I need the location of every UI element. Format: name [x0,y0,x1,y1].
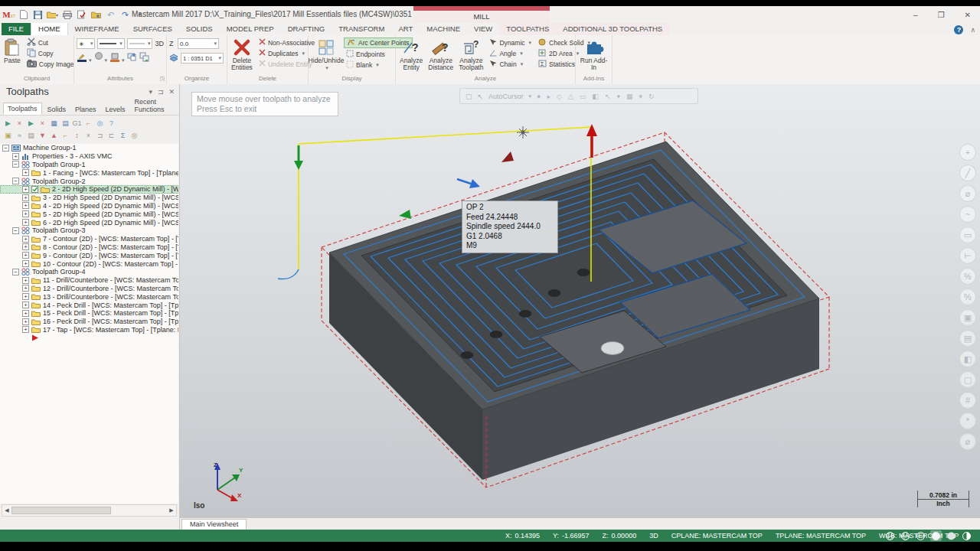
viewsheet-tab[interactable]: Main Viewsheet [181,519,247,530]
copy-image-button[interactable]: Copy Image [24,59,77,69]
select-none-icon[interactable]: × [15,119,24,127]
minimize-button[interactable]: – [913,11,918,19]
tree-item[interactable]: +8 - Contour (2D) - [WCS: Mastercam Top]… [0,243,178,252]
scroll-right-icon[interactable]: ▶ [167,507,176,514]
graphics-viewport[interactable]: ▢ ↖ AutoCursor ▾ ●▸◇△▭◧↖▾▦▾↻ Move mouse … [180,84,980,517]
expand-toggle-icon[interactable]: − [12,227,19,234]
expand-toggle-icon[interactable]: − [12,178,19,184]
mask-partial-chain-icon[interactable]: % [959,289,976,305]
line-width-combo[interactable]: ▾ [127,38,153,49]
redo-icon[interactable]: ↷ [119,9,131,21]
selection-settings-icon[interactable]: * [959,412,976,429]
tree-item[interactable]: +17 - Tap - [WCS: Mastercam Top] - [Tpla… [0,326,178,334]
toolpath-insert-marker[interactable] [0,334,178,342]
save-icon[interactable] [32,9,44,21]
shaded-edges-icon[interactable] [946,530,957,541]
expand-toggle-icon[interactable]: − [2,145,9,152]
panel-tab-levels[interactable]: Levels [102,104,129,115]
mask-line-icon[interactable]: ╱ [959,165,976,181]
lock-feed-icon[interactable]: ⌐ [83,119,93,127]
mask-solid-face-icon[interactable]: ▤ [959,330,976,347]
analyze-angle-button[interactable]: Angle▾ [487,48,534,58]
tree-item[interactable]: +3 - 2D High Speed (2D Dynamic Mill) - [… [0,194,178,202]
ribbon-tab-solids[interactable]: SOLIDS [179,23,220,35]
restore-button[interactable]: ❐ [938,11,945,19]
expand-toggle-icon[interactable]: + [22,260,29,267]
expand-toggle-icon[interactable]: + [22,252,29,259]
tree-item[interactable]: −Toolpath Group-1 [0,161,178,169]
backplot-icon[interactable]: ▦ [49,119,59,127]
clear-masks-icon[interactable]: + [959,144,976,161]
analyze-dynamic-button[interactable]: Dynamic▾ [487,37,534,47]
regen-all-icon[interactable]: × [38,119,47,127]
hide-unhide-button[interactable]: Hide/Unhide ▾ [311,37,341,75]
save-some-icon[interactable] [76,9,87,21]
toolpath-display-icon[interactable]: ≈ [15,132,24,139]
ribbon-tab-transform[interactable]: TRANSFORM [332,23,391,35]
copy-button[interactable]: Copy [24,48,77,58]
undo-icon[interactable]: ↶ [105,9,116,21]
level-combo[interactable]: 1 : 0351 D1▾ [181,53,224,64]
trim-icon[interactable]: × [83,132,93,139]
status-mode-toggle[interactable]: 3D [649,532,658,540]
expand-toggle-icon[interactable]: + [22,219,29,226]
expand-toggle-icon[interactable]: + [22,236,29,243]
z-depth-combo[interactable]: 0.0▾ [178,38,219,49]
wireframe-color-icon[interactable]: ▾ [77,51,92,65]
collapse-ribbon-icon[interactable]: ∧ [970,26,975,34]
wireframe-icon[interactable] [884,530,896,541]
expand-toggle-icon[interactable]: + [22,302,29,308]
insert-marker-icon[interactable]: ⌐ [60,132,70,139]
panel-tab-toolpaths[interactable]: Toolpaths [3,103,42,115]
status-cplane[interactable]: CPLANE: MASTERCAM TOP [671,532,763,540]
tree-item[interactable]: +2 - 2D High Speed (2D Dynamic Mill) - [… [0,185,178,194]
match-attributes-icon[interactable] [139,51,149,65]
mask-surface-icon[interactable]: ▭ [959,227,976,243]
selection-lock-icon[interactable]: ▢ [466,93,472,100]
verify-icon[interactable]: ▤ [60,119,70,127]
hidden-line-icon[interactable] [900,530,911,541]
new-file-icon[interactable] [18,9,29,21]
tree-item[interactable]: +1 - Facing - [WCS: Mastercam Top] - [Tp… [0,168,178,177]
analyze-toolpath-button[interactable]: ? Analyze Toolpath [457,37,485,75]
expand-toggle-icon[interactable]: + [22,194,29,201]
panel-close-icon[interactable]: ✕ [168,88,175,96]
my-mastercam-icon[interactable] [90,9,102,21]
only-selected-icon[interactable]: ⊐ [95,132,105,139]
tree-item[interactable]: +13 - Drill/Counterbore - [WCS: Masterca… [0,292,178,301]
mastercam-logo[interactable]: M17 [3,9,15,21]
ribbon-tab-model-prep[interactable]: MODEL PREP [220,23,281,35]
set-attributes-icon[interactable] [127,51,137,65]
panel-menu-icon[interactable]: ▾ [149,88,152,96]
status-tplane[interactable]: TPLANE: MASTERCAM TOP [776,532,866,540]
expand-toggle-icon[interactable]: + [22,310,29,317]
ribbon-tab-machine[interactable]: MACHINE [420,23,467,35]
color-loop-icon[interactable]: ◎ [129,132,139,139]
expand-toggle-icon[interactable]: + [22,277,29,284]
tree-item[interactable]: −Toolpath Group-3 [0,227,178,235]
delete-entities-button[interactable]: Delete Entities [230,37,254,75]
ribbon-tab-toolpaths[interactable]: TOOLPATHS [499,23,556,35]
panel-tab-solids[interactable]: Solids [44,104,70,115]
run-addin-button[interactable]: Run Add-In [578,37,609,75]
analyze-chain-button[interactable]: Chain▾ [487,59,534,69]
ribbon-tab-view[interactable]: VIEW [467,23,499,35]
close-button[interactable]: ✕ [965,11,971,19]
scroll-left-icon[interactable]: ◀ [2,507,11,514]
expand-toggle-icon[interactable]: + [22,169,29,176]
scroll-window-icon[interactable]: ↕ [72,132,82,139]
tree-item[interactable]: +6 - 2D High Speed (2D Dynamic Mill) - [… [0,218,178,227]
mask-grid-icon[interactable]: # [959,392,976,409]
panel-tab-planes[interactable]: Planes [71,104,100,115]
ribbon-tab-art[interactable]: ART [391,23,420,35]
open-icon[interactable]: ▾ [47,9,58,21]
tree-item[interactable]: −Machine Group-1 [0,144,178,152]
expand-toggle-icon[interactable]: + [22,318,29,325]
ribbon-tab-home[interactable]: HOME [31,23,68,35]
mask-arc-icon[interactable]: ⌀ [959,185,976,202]
tree-item[interactable]: −Toolpath Group-2 [0,177,178,185]
expand-toggle-icon[interactable]: + [22,285,29,292]
mask-spline-icon[interactable]: ~ [959,206,976,223]
ribbon-tab-surfaces[interactable]: SURFACES [126,23,179,35]
move-down-icon[interactable]: ▼ [38,132,47,139]
